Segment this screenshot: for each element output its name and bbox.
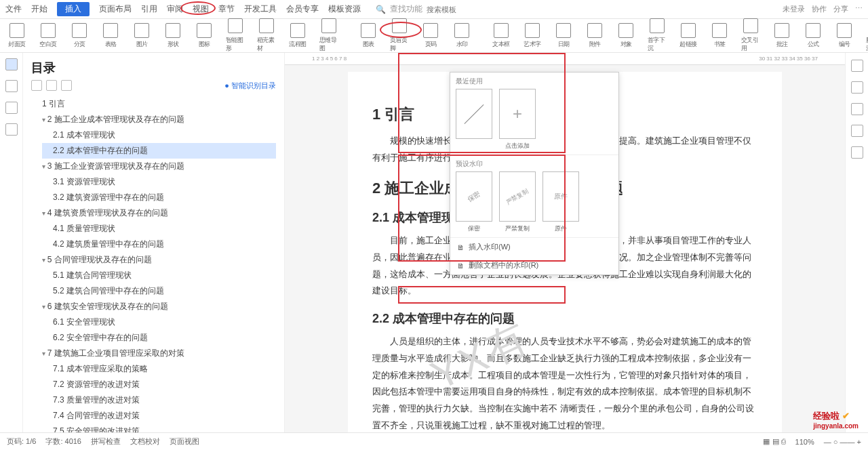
style-icon[interactable] (851, 81, 863, 94)
outline-item[interactable]: 1 引言 (42, 96, 276, 112)
outline-item[interactable]: 7.2 资源管理的改进对策 (42, 377, 276, 392)
ribbon-首字下沉[interactable]: 首字下沉 (646, 18, 669, 54)
menu-view[interactable]: 视图 (193, 3, 209, 15)
menu-file[interactable]: 文件 (5, 3, 22, 15)
outline-item[interactable]: 2 施工企业成本管理现状及存在的问题 (42, 112, 276, 127)
outline-item[interactable]: 3 施工企业资源管理现状及存在的问题 (42, 159, 276, 174)
outline-item[interactable]: 4.1 质量管理现状 (42, 221, 276, 237)
outline-item[interactable]: 7.3 质量管理的改进对策 (42, 392, 276, 408)
menu-layout[interactable]: 页面布局 (99, 3, 132, 15)
share-icon[interactable]: 分享 (833, 4, 848, 14)
ribbon-超链接[interactable]: 超链接 (677, 23, 700, 49)
more-icon[interactable]: ⋯ (855, 4, 863, 14)
zoom-level[interactable]: 110% (795, 438, 814, 446)
status-proof[interactable]: 文档校对 (130, 436, 160, 447)
ribbon-页码[interactable]: 页码 (419, 23, 442, 49)
ruler: 1 2 3 4 5 6 7 830 31 32 33 34 35 36 37 (285, 53, 845, 65)
ribbon-形状[interactable]: 形状 (161, 23, 184, 49)
outline-item[interactable]: 7 建筑施工企业项目管理应采取的对策 (42, 346, 276, 361)
status-mode[interactable]: 页面视图 (170, 436, 199, 447)
outline-item[interactable]: 3.2 建筑资源管理中存在的问题 (42, 190, 276, 205)
ribbon-图标[interactable]: 图标 (193, 23, 216, 49)
ribbon-icon (618, 23, 633, 38)
ribbon-公式[interactable]: 公式 (802, 23, 825, 49)
ribbon-页眉页脚[interactable]: 页眉页脚 (388, 18, 411, 54)
outline-item[interactable]: 3.1 资源管理现状 (42, 174, 276, 190)
ribbon-文本框[interactable]: 文本框 (490, 23, 513, 49)
outline-item[interactable]: 4.2 建筑质量管理中存在的问题 (42, 237, 276, 252)
status-spell[interactable]: 拼写检查 (91, 436, 121, 447)
collapse-all-button[interactable] (31, 80, 42, 91)
ribbon-流程图[interactable]: 流程图 (286, 23, 309, 49)
preset-3[interactable]: 原件 (542, 171, 579, 222)
menu-vip[interactable]: 会员专享 (286, 3, 319, 15)
outline-item[interactable]: 2.1 成本管理现状 (42, 127, 276, 143)
statusbar: 页码: 1/6 字数: 4016 拼写检查 文档校对 页面视图 ▦ ▤ ⎙ 11… (0, 432, 868, 450)
ribbon-分页[interactable]: 分页 (68, 23, 91, 49)
outline-tab-icon[interactable] (5, 58, 18, 70)
zoom-slider[interactable]: — ○ —— + (824, 438, 861, 446)
outline-item[interactable]: 2.2 成本管理中存在的问题 (42, 143, 276, 159)
menu-insert[interactable]: 插入 (57, 2, 90, 16)
outline-opt-button[interactable] (61, 80, 72, 91)
ribbon-水印[interactable]: 水印 (450, 23, 473, 49)
menu-review[interactable]: 审阅 (167, 3, 183, 15)
ribbon-智能图形[interactable]: 智能图形 (224, 18, 247, 54)
ribbon-icon (41, 23, 56, 38)
remove-watermark-link[interactable]: 🗎删除文档中的水印(R) (450, 256, 618, 274)
select-icon[interactable] (851, 103, 863, 115)
menu-tpl[interactable]: 模板资源 (328, 3, 361, 15)
preset-1[interactable]: 保密 (456, 171, 492, 222)
ribbon-空白页[interactable]: 空白页 (37, 23, 60, 49)
expand-all-button[interactable] (46, 80, 57, 91)
outline-item[interactable]: 4 建筑资质管理现状及存在的问题 (42, 205, 276, 221)
ribbon-批注[interactable]: 批注 (770, 23, 793, 49)
ribbon-日期[interactable]: 日期 (552, 23, 575, 49)
collab-icon[interactable]: 协作 (812, 4, 827, 14)
outline-item[interactable]: 6.2 安全管理中存在的问题 (42, 330, 276, 346)
recent-watermark-thumb[interactable] (456, 89, 492, 139)
menu-home[interactable]: 开始 (31, 3, 47, 15)
page-tab-icon[interactable] (5, 80, 18, 92)
document-page[interactable]: 限公司 YX有 1 引言 规模的快速增长，建筑施工企业项目管理的管理水平尚有待提… (348, 72, 782, 432)
ribbon-附件[interactable]: 附件 (583, 23, 606, 49)
insert-watermark-link[interactable]: 🗎插入水印(W) (450, 238, 618, 256)
ribbon-书签[interactable]: 书签 (708, 23, 731, 49)
outline-item[interactable]: 7.4 合同管理的改进对策 (42, 408, 276, 424)
outline-item[interactable]: 7.1 成本管理应采取的策略 (42, 361, 276, 377)
outline-item[interactable]: 6.1 安全管理现状 (42, 314, 276, 330)
ribbon-脚注尾注[interactable]: 脚注尾注 (864, 18, 868, 54)
ribbon-图表[interactable]: 图表 (357, 23, 380, 49)
preset-2[interactable]: 严禁复制 (499, 171, 536, 222)
tool-icon[interactable] (851, 146, 863, 159)
ribbon-图片[interactable]: 图片 (130, 23, 153, 49)
ribbon-封面页[interactable]: 封面页 (5, 23, 28, 49)
prop-icon[interactable] (851, 60, 863, 72)
find-tab-icon[interactable] (5, 123, 18, 136)
ribbon-编号[interactable]: 编号 (833, 23, 856, 49)
ribbon-icon (392, 18, 407, 33)
cloud-icon[interactable]: 未登录 (783, 4, 805, 14)
outline-item[interactable]: 5.1 建筑合同管理现状 (42, 268, 276, 283)
ribbon-稻壳素材[interactable]: 稻壳素材 (255, 18, 278, 54)
menu-section[interactable]: 章节 (218, 3, 235, 15)
limit-icon[interactable] (851, 125, 863, 137)
ribbon-对象[interactable]: 对象 (614, 23, 637, 49)
ribbon-表格[interactable]: 表格 (99, 23, 122, 49)
outline-item[interactable]: 5.2 建筑合同管理中存在的问题 (42, 283, 276, 299)
watermark-dropdown: 最近使用 +点击添加 预设水印 保密保密 严禁复制严禁复制 原件原件 (450, 72, 619, 275)
ribbon-思维导图[interactable]: 思维导图 (317, 18, 340, 54)
search-input[interactable] (427, 5, 474, 14)
menu-ref[interactable]: 引用 (141, 3, 157, 15)
ribbon-icon (525, 23, 540, 38)
menu-dev[interactable]: 开发工具 (244, 3, 277, 15)
bookmark-tab-icon[interactable] (5, 102, 18, 114)
ribbon-交叉引用[interactable]: 交叉引用 (739, 18, 762, 54)
add-watermark-thumb[interactable]: + (499, 89, 536, 139)
ribbon-艺术字[interactable]: 艺术字 (521, 23, 544, 49)
outline-item[interactable]: 7.5 安全管理的改进对策 (42, 424, 276, 432)
outline-item[interactable]: 6 建筑安全管理现状及存在的问题 (42, 299, 276, 314)
view-mode-icons[interactable]: ▦ ▤ ⎙ (763, 437, 785, 446)
outline-item[interactable]: 5 合同管理现状及存在的问题 (42, 252, 276, 268)
smart-outline-link[interactable]: ● 智能识别目录 (224, 81, 276, 91)
